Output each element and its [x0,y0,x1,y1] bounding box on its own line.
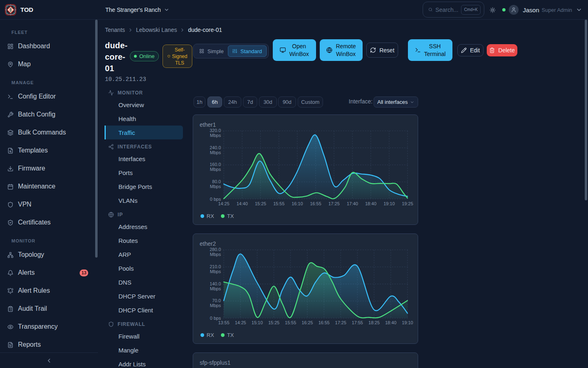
svg-text:15:25: 15:25 [268,320,280,325]
svg-text:Mbps: Mbps [210,184,221,189]
svg-text:280.0: 280.0 [209,247,221,252]
svg-text:16:55: 16:55 [318,320,330,325]
svg-text:17:40: 17:40 [347,201,358,206]
svg-text:16:55: 16:55 [310,201,321,206]
svg-text:14:25: 14:25 [235,320,246,325]
svg-text:Mbps: Mbps [210,303,221,308]
svg-text:160.0: 160.0 [209,162,221,167]
svg-text:Mbps: Mbps [210,167,221,172]
svg-text:19:10: 19:10 [383,201,395,206]
svg-text:17:55: 17:55 [352,320,363,325]
svg-text:140.0: 140.0 [209,281,221,286]
svg-text:Mbps: Mbps [210,133,221,138]
svg-text:Mbps: Mbps [210,150,221,155]
svg-text:15:25: 15:25 [255,201,266,206]
svg-text:15:10: 15:10 [252,320,263,325]
svg-text:70.0: 70.0 [212,298,221,303]
svg-text:18:40: 18:40 [385,320,396,325]
svg-text:18:25: 18:25 [368,320,380,325]
svg-text:15:55: 15:55 [273,201,285,206]
svg-text:18:40: 18:40 [365,201,376,206]
svg-text:16:10: 16:10 [292,201,303,206]
svg-text:19:25: 19:25 [402,201,413,206]
svg-text:Mbps: Mbps [210,252,221,257]
svg-text:Mbps: Mbps [210,286,221,291]
svg-text:Mbps: Mbps [210,269,221,274]
svg-text:14:25: 14:25 [218,201,229,206]
svg-text:240.0: 240.0 [209,145,221,150]
svg-text:0 bps: 0 bps [210,197,221,202]
svg-text:16:25: 16:25 [302,320,313,325]
svg-text:80.0: 80.0 [212,179,221,184]
svg-text:17:25: 17:25 [328,201,340,206]
svg-text:13:55: 13:55 [218,320,229,325]
svg-text:19:10: 19:10 [402,320,413,325]
svg-text:320.0: 320.0 [209,128,221,133]
svg-text:210.0: 210.0 [209,264,221,269]
svg-text:14:40: 14:40 [236,201,248,206]
svg-text:15:55: 15:55 [285,320,296,325]
svg-text:17:25: 17:25 [335,320,347,325]
